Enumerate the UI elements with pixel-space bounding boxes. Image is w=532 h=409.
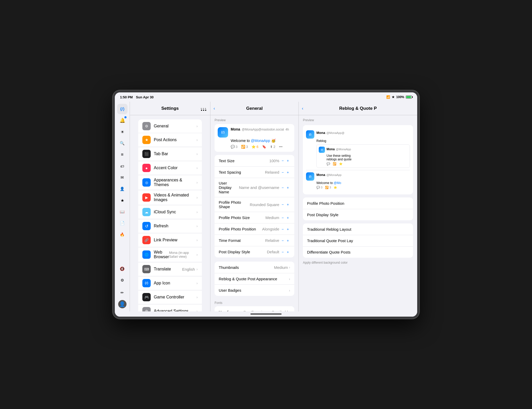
settings-item-videos[interactable]: ▶ Videos & Animated Images ›: [138, 190, 202, 205]
sidebar-item-mute[interactable]: 🔇: [117, 264, 128, 274]
app-icon-label: App Icon: [154, 281, 196, 285]
sidebar-item-star[interactable]: ★: [117, 195, 128, 206]
settings-item-game-controller[interactable]: 🎮 Game Controller ›: [138, 290, 202, 304]
sidebar-item-code[interactable]: ⟨/⟩: [117, 104, 128, 114]
profile-photo-shape-row[interactable]: Profile Photo Shape Rounded Square − +: [215, 197, 294, 212]
settings-item-translate[interactable]: ⌨ Translate English ›: [138, 262, 202, 276]
sidebar-item-doc[interactable]: 📄: [117, 218, 128, 228]
traditional-quote-option[interactable]: Traditional Quote Post Lay: [303, 235, 413, 246]
stepper-increment[interactable]: +: [285, 238, 290, 243]
post-header: ⟨/⟩ Mona @MonaApp@mastodon.social 4h: [218, 127, 291, 138]
text-spacing-stepper[interactable]: − +: [280, 170, 290, 175]
user-display-name-stepper[interactable]: − +: [280, 185, 290, 190]
profile-photo-shape-stepper[interactable]: − +: [280, 202, 290, 207]
stepper-increment[interactable]: +: [285, 227, 290, 231]
sidebar-item-mail[interactable]: ✉: [117, 172, 128, 183]
settings-item-tab-bar[interactable]: ⬛ Tab Bar ›: [138, 147, 202, 161]
settings-item-app-icon[interactable]: ⟨/⟩ App Icon ›: [138, 276, 202, 290]
general-icon: ⚙: [142, 122, 151, 130]
reblog-username-1: Mona: [316, 131, 325, 135]
stepper-decrement[interactable]: −: [280, 215, 285, 220]
stepper-increment[interactable]: +: [285, 185, 290, 190]
stepper-decrement[interactable]: −: [280, 227, 285, 231]
headings-row[interactable]: Headings San Francisco - Semibold ›: [215, 306, 294, 311]
status-date: Sun Apr 30: [136, 95, 154, 99]
reblog-quote-row[interactable]: Reblog & Quote Post Appearance ›: [215, 273, 294, 284]
sidebar-item-flame[interactable]: 🔥: [117, 229, 128, 240]
settings-item-advanced[interactable]: ⚙ Advanced Settings ›: [138, 304, 202, 311]
differentiate-quote-option[interactable]: Differentiate Quote Posts: [303, 246, 413, 258]
stepper-decrement[interactable]: −: [280, 238, 285, 243]
sidebar-item-bell[interactable]: 🔔: [117, 115, 128, 126]
stepper-decrement[interactable]: −: [280, 250, 285, 254]
settings-item-general[interactable]: ⚙ General ›: [138, 119, 202, 133]
settings-item-appearances[interactable]: ◎ Appearances & Themes ›: [138, 175, 202, 190]
post-time: 4h: [285, 128, 289, 131]
post-more-action[interactable]: •••: [279, 145, 283, 149]
wifi-icon: 📶: [386, 95, 390, 99]
sidebar-item-gear[interactable]: ⚙: [117, 275, 128, 285]
stepper-increment[interactable]: +: [285, 202, 290, 207]
thumbnails-row[interactable]: Thumbnails Medium ›: [215, 262, 294, 273]
sidebar-item-tag[interactable]: 🏷: [117, 161, 128, 171]
text-size-stepper[interactable]: − +: [280, 158, 290, 163]
post-boost-action[interactable]: ⬆ 2: [270, 145, 275, 149]
sidebar-item-compose[interactable]: ✏: [117, 288, 128, 298]
chevron-icon: ›: [196, 166, 198, 170]
profile-photo-size-row[interactable]: Profile Photo Size Medium − +: [215, 212, 294, 223]
settings-item-post-actions[interactable]: ★ Post Actions ›: [138, 133, 202, 147]
stepper-decrement[interactable]: −: [280, 185, 285, 190]
differentiate-quote-label: Differentiate Quote Posts: [307, 250, 409, 254]
settings-item-link-preview[interactable]: 🔗 Link Preview ›: [138, 233, 202, 247]
settings-item-icloud[interactable]: ☁ iCloud Sync ›: [138, 205, 202, 219]
settings-header-dots[interactable]: •••: [201, 108, 206, 109]
profile-photo-position-option[interactable]: Profile Photo Position: [303, 197, 413, 209]
profile-photo-position-label: Profile Photo Position: [219, 227, 262, 231]
reblog-back-button[interactable]: ‹: [302, 106, 303, 111]
profile-photo-position-row[interactable]: Profile Photo Position Alongside − +: [215, 223, 294, 235]
settings-item-web-browser[interactable]: 🌐 Web Browser Mona (in-app Safari view) …: [138, 247, 202, 262]
settings-item-refresh[interactable]: ↺ Refresh ›: [138, 219, 202, 233]
post-display-style-stepper[interactable]: − +: [280, 250, 290, 254]
post-display-style-row[interactable]: Post Display Style Default − +: [215, 246, 294, 257]
stepper-decrement[interactable]: −: [280, 202, 285, 207]
sidebar-item-sun[interactable]: ☀: [117, 127, 128, 137]
profile-photo-size-stepper[interactable]: − +: [280, 215, 290, 220]
text-spacing-increment[interactable]: +: [285, 170, 290, 175]
stepper-increment[interactable]: +: [285, 215, 290, 220]
post-reply-action[interactable]: 💬 3: [231, 145, 237, 149]
stepper-increment[interactable]: +: [285, 250, 290, 254]
reblog-options-list-2: Traditional Reblog Layout Traditional Qu…: [303, 223, 413, 258]
reply-icon: 💬: [231, 145, 235, 149]
chevron-icon: ›: [196, 295, 198, 299]
sidebar-item-search[interactable]: 🔍: [117, 138, 128, 148]
post-actions-icon: ★: [142, 136, 151, 144]
sidebar-item-list[interactable]: ≡: [117, 149, 128, 160]
traditional-reblog-option[interactable]: Traditional Reblog Layout: [303, 223, 413, 235]
settings-item-accent-color[interactable]: ● Accent Color ›: [138, 161, 202, 175]
sidebar-item-person[interactable]: 👤: [117, 184, 128, 194]
nested-post-1: ⟨/⟩ Mona @MonaApp Use these settingreblo…: [316, 144, 410, 168]
user-badges-row[interactable]: User Badges ›: [215, 284, 294, 296]
text-size-row[interactable]: Text Size 100% − +: [215, 155, 294, 166]
text-size-decrement[interactable]: −: [280, 158, 285, 163]
home-indicator: [115, 311, 417, 317]
reblog-quote-label: Reblog & Quote Post Appearance: [219, 277, 289, 281]
chevron-icon: ›: [196, 180, 198, 185]
text-spacing-decrement[interactable]: −: [280, 170, 285, 175]
time-format-row[interactable]: Time Format Relative − +: [215, 235, 294, 246]
post-reblog-action[interactable]: 🔁 3: [241, 145, 248, 149]
sidebar-item-avatar[interactable]: 👤: [117, 299, 128, 309]
post-display-style-option[interactable]: Post Display Style: [303, 209, 413, 220]
sidebar-item-book[interactable]: 📖: [117, 207, 128, 217]
text-size-increment[interactable]: +: [285, 158, 290, 163]
user-display-name-row[interactable]: User Display Name Name and @username − +: [215, 178, 294, 197]
reblog-preview-section: Preview: [299, 115, 417, 122]
post-star-action[interactable]: ⭐ 6: [251, 145, 258, 149]
chevron-icon: ›: [196, 210, 198, 214]
general-back-button[interactable]: ‹: [214, 106, 215, 111]
time-format-stepper[interactable]: − +: [280, 238, 290, 243]
post-bookmark-action[interactable]: 🔖: [262, 145, 266, 149]
text-spacing-row[interactable]: Text Spacing Relaxed − +: [215, 166, 294, 178]
profile-photo-position-stepper[interactable]: − +: [280, 227, 290, 231]
